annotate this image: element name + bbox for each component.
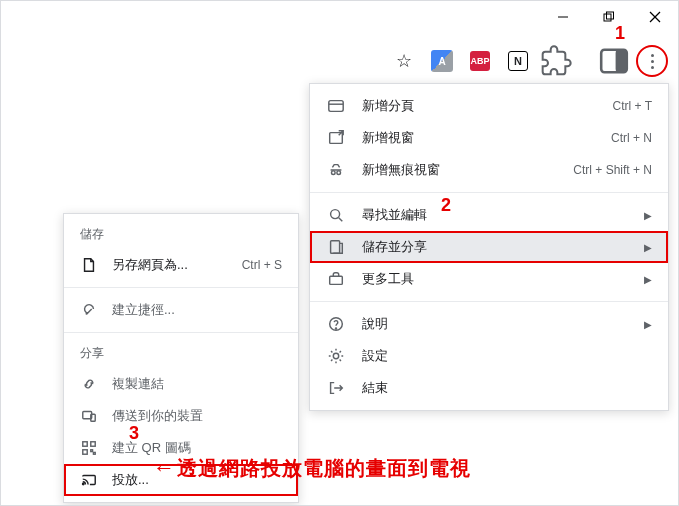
menu-shortcut: Ctrl + T bbox=[613, 99, 652, 113]
side-panel-icon[interactable] bbox=[598, 45, 630, 77]
svg-point-11 bbox=[337, 171, 341, 175]
svg-rect-21 bbox=[83, 442, 87, 446]
search-icon bbox=[326, 205, 346, 225]
chevron-right-icon: ▶ bbox=[644, 210, 652, 221]
translate-extension-icon[interactable]: A bbox=[426, 45, 458, 77]
svg-rect-14 bbox=[331, 241, 340, 254]
menu-save-share[interactable]: 儲存並分享 ▶ bbox=[310, 231, 668, 263]
chevron-right-icon: ▶ bbox=[644, 274, 652, 285]
bookmark-star-icon[interactable]: ☆ bbox=[388, 45, 420, 77]
svg-point-18 bbox=[333, 353, 338, 358]
svg-point-26 bbox=[83, 483, 84, 484]
restore-button[interactable] bbox=[586, 1, 632, 33]
menu-label: 尋找並編輯 bbox=[362, 206, 636, 224]
svg-rect-23 bbox=[83, 450, 87, 454]
menu-label: 設定 bbox=[362, 347, 652, 365]
svg-rect-6 bbox=[616, 50, 627, 72]
svg-rect-22 bbox=[91, 442, 95, 446]
main-menu: 新增分頁 Ctrl + T 新增視窗 Ctrl + N 新增無痕視窗 Ctrl … bbox=[309, 83, 669, 411]
devices-icon bbox=[80, 407, 98, 425]
svg-point-12 bbox=[331, 210, 340, 219]
menu-new-incognito[interactable]: 新增無痕視窗 Ctrl + Shift + N bbox=[310, 154, 668, 186]
submenu-section-save: 儲存 bbox=[64, 220, 298, 249]
submenu-label: 傳送到你的裝置 bbox=[112, 407, 203, 425]
submenu-shortcut: Ctrl + S bbox=[242, 258, 282, 272]
menu-separator bbox=[310, 301, 668, 302]
submenu-label: 建立捷徑... bbox=[112, 301, 175, 319]
shortcut-icon bbox=[80, 301, 98, 319]
chevron-right-icon: ▶ bbox=[644, 319, 652, 330]
cast-icon bbox=[80, 471, 98, 489]
adblock-extension-icon[interactable]: ABP bbox=[464, 45, 496, 77]
submenu-section-share: 分享 bbox=[64, 339, 298, 368]
toolbox-icon bbox=[326, 269, 346, 289]
minimize-button[interactable] bbox=[540, 1, 586, 33]
svg-rect-24 bbox=[91, 450, 93, 452]
menu-exit[interactable]: 結束 bbox=[310, 372, 668, 404]
menu-settings[interactable]: 設定 bbox=[310, 340, 668, 372]
menu-separator bbox=[64, 287, 298, 288]
extensions-puzzle-icon[interactable] bbox=[540, 45, 572, 77]
file-icon bbox=[80, 256, 98, 274]
svg-rect-20 bbox=[91, 414, 95, 421]
submenu-label: 複製連結 bbox=[112, 375, 164, 393]
incognito-icon bbox=[326, 160, 346, 180]
menu-new-window[interactable]: 新增視窗 Ctrl + N bbox=[310, 122, 668, 154]
svg-line-13 bbox=[339, 218, 343, 222]
annotation-3: 3 bbox=[129, 423, 139, 444]
submenu-label: 投放... bbox=[112, 471, 149, 489]
menu-find-edit[interactable]: 尋找並編輯 ▶ bbox=[310, 199, 668, 231]
link-icon bbox=[80, 375, 98, 393]
toolbar: ☆ A ABP N bbox=[388, 41, 668, 81]
menu-separator bbox=[310, 192, 668, 193]
menu-label: 新增分頁 bbox=[362, 97, 613, 115]
notion-extension-icon[interactable]: N bbox=[502, 45, 534, 77]
svg-rect-15 bbox=[330, 276, 343, 284]
svg-rect-1 bbox=[604, 14, 611, 21]
submenu-save-page-as[interactable]: 另存網頁為... Ctrl + S bbox=[64, 249, 298, 281]
save-share-icon bbox=[326, 237, 346, 257]
annotation-2: 2 bbox=[441, 195, 451, 216]
help-icon bbox=[326, 314, 346, 334]
gear-icon bbox=[326, 346, 346, 366]
chevron-right-icon: ▶ bbox=[644, 242, 652, 253]
svg-point-17 bbox=[335, 328, 336, 329]
qr-icon bbox=[80, 439, 98, 457]
kebab-menu-button[interactable] bbox=[636, 45, 668, 77]
menu-help[interactable]: 說明 ▶ bbox=[310, 308, 668, 340]
menu-label: 結束 bbox=[362, 379, 652, 397]
new-window-icon bbox=[326, 128, 346, 148]
submenu-create-shortcut[interactable]: 建立捷徑... bbox=[64, 294, 298, 326]
submenu-label: 另存網頁為... bbox=[112, 256, 188, 274]
close-button[interactable] bbox=[632, 1, 678, 33]
menu-more-tools[interactable]: 更多工具 ▶ bbox=[310, 263, 668, 295]
menu-label: 新增視窗 bbox=[362, 129, 611, 147]
menu-label: 儲存並分享 bbox=[362, 238, 636, 256]
svg-rect-7 bbox=[329, 101, 343, 112]
svg-rect-2 bbox=[607, 12, 614, 19]
menu-shortcut: Ctrl + Shift + N bbox=[573, 163, 652, 177]
annotation-arrow: ← bbox=[153, 455, 175, 481]
svg-rect-25 bbox=[93, 452, 95, 454]
menu-new-tab[interactable]: 新增分頁 Ctrl + T bbox=[310, 90, 668, 122]
menu-shortcut: Ctrl + N bbox=[611, 131, 652, 145]
new-tab-icon bbox=[326, 96, 346, 116]
svg-point-10 bbox=[332, 171, 336, 175]
menu-label: 新增無痕視窗 bbox=[362, 161, 573, 179]
submenu-send-to-device[interactable]: 傳送到你的裝置 bbox=[64, 400, 298, 432]
annotation-1: 1 bbox=[615, 23, 625, 44]
submenu-copy-link[interactable]: 複製連結 bbox=[64, 368, 298, 400]
annotation-caption: 透過網路投放電腦的畫面到電視 bbox=[177, 455, 471, 482]
menu-label: 說明 bbox=[362, 315, 636, 333]
menu-separator bbox=[64, 332, 298, 333]
window-controls bbox=[540, 1, 678, 33]
exit-icon bbox=[326, 378, 346, 398]
menu-label: 更多工具 bbox=[362, 270, 636, 288]
